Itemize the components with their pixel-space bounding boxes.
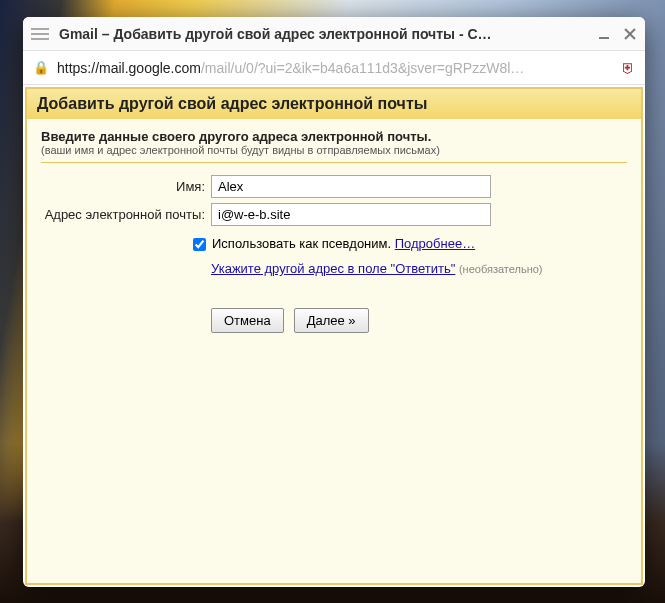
learn-more-link[interactable]: Подробнее… [395,236,475,251]
email-input[interactable] [211,203,491,226]
close-button[interactable] [623,27,637,41]
cancel-button[interactable]: Отмена [211,308,284,333]
page-content: Добавить другой свой адрес электронной п… [25,87,643,585]
titlebar: Gmail – Добавить другой свой адрес элект… [23,17,645,51]
instruction-main: Введите данные своего другого адреса эле… [41,129,627,144]
extension-icon[interactable]: ⛨ [621,60,635,76]
email-row: Адрес электронной почты: [41,203,627,226]
lock-icon: 🔒 [33,60,49,75]
url-path: /mail/u/0/?ui=2&ik=b4a6a111d3&jsver=gRPz… [201,60,524,76]
browser-window: Gmail – Добавить другой свой адрес элект… [23,17,645,587]
instruction-sub: (ваши имя и адрес электронной почты буду… [41,144,627,156]
name-input[interactable] [211,175,491,198]
alias-checkbox[interactable] [193,238,206,251]
menu-icon[interactable] [31,25,49,43]
form-area: Введите данные своего другого адреса эле… [27,119,641,343]
minimize-button[interactable] [599,27,613,41]
reply-row: Укажите другой адрес в поле "Ответить" (… [211,259,627,276]
url-bar: 🔒 https://mail.google.com/mail/u/0/?ui=2… [23,51,645,85]
url-text[interactable]: https://mail.google.com/mail/u/0/?ui=2&i… [57,60,613,76]
alias-text: Использовать как псевдоним. [212,236,391,251]
name-label: Имя: [41,179,211,194]
reply-optional: (необязательно) [459,263,543,275]
alias-row: Использовать как псевдоним. Подробнее… [211,231,627,259]
divider [41,162,627,163]
page-heading: Добавить другой свой адрес электронной п… [27,89,641,119]
window-title: Gmail – Добавить другой свой адрес элект… [59,26,591,42]
button-row: Отмена Далее » [211,308,627,333]
url-host: https://mail.google.com [57,60,201,76]
next-button[interactable]: Далее » [294,308,369,333]
reply-link[interactable]: Укажите другой адрес в поле "Ответить" [211,261,455,276]
email-label: Адрес электронной почты: [41,207,211,222]
window-controls [599,27,637,41]
name-row: Имя: [41,175,627,198]
